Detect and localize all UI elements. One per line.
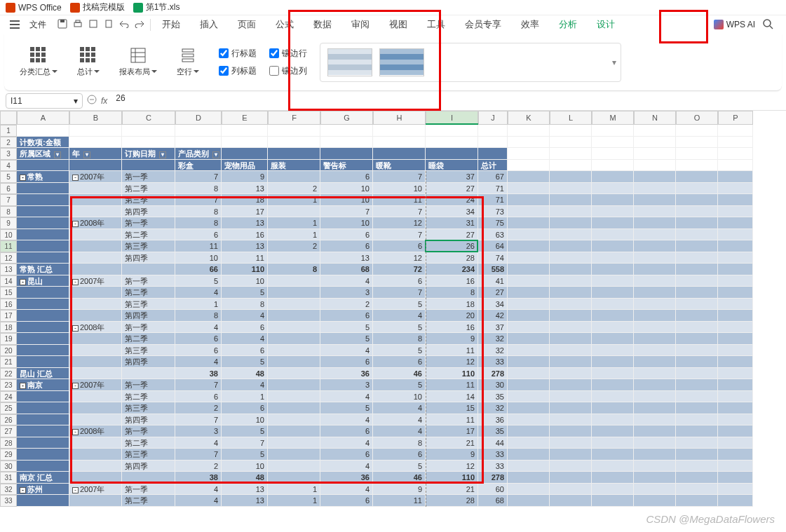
row-header[interactable]: 24 (0, 391, 17, 403)
style-gallery[interactable]: ▾ (320, 43, 621, 82)
preview-icon[interactable] (88, 19, 98, 31)
undo-icon[interactable] (119, 20, 129, 30)
col-header[interactable]: E (222, 111, 268, 125)
row-header[interactable]: 31 (0, 472, 17, 484)
chevron-down-icon[interactable]: ▾ (74, 96, 78, 106)
file-tab[interactable]: 第1节.xls (133, 1, 180, 13)
tab-5[interactable]: 审阅 (341, 14, 379, 35)
col-header[interactable]: H (373, 111, 426, 125)
tab-2[interactable]: 页面 (228, 14, 266, 35)
formula-input[interactable]: 26 (111, 93, 780, 109)
row-header[interactable]: 6 (0, 183, 17, 195)
row-header[interactable]: 33 (0, 495, 17, 507)
col-header[interactable]: C (122, 111, 175, 125)
row-header[interactable]: 16 (0, 299, 17, 311)
col-header[interactable]: O (676, 111, 718, 125)
col-header[interactable]: B (69, 111, 122, 125)
row-header[interactable]: 4 (0, 160, 17, 172)
col-header[interactable]: D (175, 111, 222, 125)
row-header[interactable]: 19 (0, 333, 17, 345)
date-field[interactable]: 订购日期 ▾ (122, 148, 175, 160)
row-header[interactable]: 26 (0, 414, 17, 426)
row-header[interactable]: 7 (0, 194, 17, 206)
col-header[interactable]: P (718, 111, 753, 125)
tab-8[interactable]: 会员专享 (455, 14, 511, 35)
tab-1[interactable]: 插入 (190, 14, 228, 35)
col-header[interactable]: N (634, 111, 676, 125)
col-header[interactable]: J (478, 111, 508, 125)
gallery-more-icon[interactable]: ▾ (612, 57, 616, 67)
row-header[interactable]: 27 (0, 425, 17, 437)
row-header-check[interactable]: 行标题 (219, 48, 257, 60)
tab-7[interactable]: 工具 (417, 14, 455, 35)
year-field[interactable]: 年 ▾ (69, 148, 122, 160)
category-field[interactable]: 产品类别 ▾ (175, 148, 222, 160)
select-all-corner[interactable] (0, 111, 17, 125)
row-header[interactable]: 1 (0, 125, 17, 137)
cell: 6 (222, 322, 268, 334)
row-header[interactable]: 28 (0, 437, 17, 449)
tab-10[interactable]: 分析 (549, 14, 587, 35)
grandtotal-button[interactable]: 总计 (70, 47, 107, 77)
subtotal-button[interactable]: 分类汇总 (13, 47, 65, 77)
row-header[interactable]: 21 (0, 356, 17, 368)
spreadsheet[interactable]: ABCDEFGHIJKLMNOP 12345678910111213141516… (0, 111, 786, 532)
col-header[interactable]: K (508, 111, 550, 125)
cancel-icon[interactable] (87, 95, 97, 107)
row-header[interactable]: 18 (0, 322, 17, 334)
search-icon[interactable] (762, 18, 773, 32)
row-header[interactable]: 13 (0, 264, 17, 275)
wps-ai-button[interactable]: WPS AI (714, 20, 755, 29)
row-header[interactable]: 25 (0, 402, 17, 414)
style-thumb-2[interactable] (379, 48, 424, 76)
col-header[interactable]: G (320, 111, 373, 125)
row-header[interactable]: 23 (0, 379, 17, 391)
col-header[interactable]: L (550, 111, 592, 125)
row-header[interactable]: 22 (0, 368, 17, 380)
row-header[interactable]: 20 (0, 345, 17, 357)
tab-9[interactable]: 效率 (511, 14, 549, 35)
style-thumb-1[interactable] (327, 48, 372, 76)
row-header[interactable]: 8 (0, 206, 17, 218)
row-header[interactable]: 5 (0, 171, 17, 183)
row-header[interactable]: 10 (0, 229, 17, 241)
row-header[interactable]: 3 (0, 148, 17, 160)
row-header[interactable]: 11 (0, 240, 17, 252)
row-header[interactable]: 17 (0, 310, 17, 322)
region-field[interactable]: 所属区域 ▾ (17, 148, 69, 160)
row-header[interactable]: 2 (0, 137, 17, 149)
tab-0[interactable]: 开始 (152, 14, 190, 35)
col-header[interactable]: I (426, 111, 478, 125)
column-headers[interactable]: ABCDEFGHIJKLMNOP (17, 111, 753, 125)
file-menu[interactable]: 文件 (25, 16, 50, 34)
tab-4[interactable]: 数据 (304, 14, 341, 35)
banded-row-check[interactable]: 镶边行 (269, 48, 307, 60)
menu-icon[interactable] (6, 18, 24, 32)
layout-button[interactable]: 报表布局 (112, 47, 164, 77)
row-header[interactable]: 12 (0, 252, 17, 264)
row-header[interactable]: 15 (0, 287, 17, 299)
row-header[interactable]: 29 (0, 449, 17, 461)
col-header-check[interactable]: 列标题 (219, 65, 257, 77)
row-header[interactable]: 9 (0, 217, 17, 229)
col-header[interactable]: F (268, 111, 320, 125)
cell-reference[interactable]: I11▾ (6, 93, 83, 109)
save-icon[interactable] (57, 19, 67, 31)
tab-3[interactable]: 公式 (266, 14, 304, 35)
row-header[interactable]: 14 (0, 275, 17, 287)
print-icon[interactable] (73, 19, 83, 31)
recent-doc[interactable]: 找稿完模版 (70, 1, 125, 13)
tab-11[interactable]: 设计 (587, 14, 625, 35)
row-header[interactable]: 30 (0, 461, 17, 472)
paste-icon[interactable] (104, 19, 114, 31)
redo-icon[interactable] (135, 20, 144, 30)
blankrow-button[interactable]: 空行 (170, 47, 206, 77)
tab-6[interactable]: 视图 (379, 14, 417, 35)
row-headers[interactable]: 1234567891011121314151617181920212223242… (0, 125, 17, 507)
banded-col-check[interactable]: 镶边列 (269, 65, 307, 77)
col-header[interactable]: A (17, 111, 69, 125)
fx-label[interactable]: fx (101, 96, 107, 106)
row-header[interactable]: 32 (0, 484, 17, 496)
col-header[interactable]: M (592, 111, 634, 125)
grid[interactable]: 计数项:金额所属区域 ▾年 ▾订购日期 ▾产品类别 ▾彩盒宠物用品服装警告标暖靴… (17, 125, 753, 507)
